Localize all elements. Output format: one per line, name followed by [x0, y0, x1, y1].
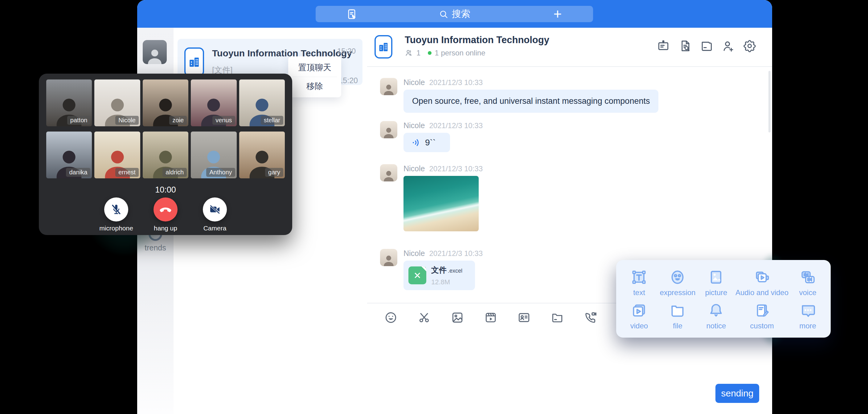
sender-name: Nicole	[403, 78, 425, 87]
contact-card-icon[interactable]	[517, 311, 531, 325]
video-call-icon[interactable]	[584, 311, 598, 325]
add-button[interactable]: +	[550, 6, 565, 22]
attach-panel: textexpressionpictureAudio and videovoic…	[616, 260, 831, 338]
message-voice: Nicole 2021/12/3 10:33 9``	[380, 121, 483, 152]
attach-option-label: Audio and video	[736, 288, 788, 297]
menu-item-remove[interactable]: 移除	[288, 77, 341, 95]
file-ext: .excel	[448, 268, 462, 274]
scrollbar[interactable]	[769, 71, 771, 132]
file-size: 12.8M	[431, 278, 462, 286]
attach-option-voice[interactable]: voice	[788, 266, 827, 299]
call-control-label: hang up	[147, 225, 184, 232]
participant-name: patton	[67, 116, 91, 125]
attach-option-audio-and-video[interactable]: Audio and video	[736, 266, 788, 299]
folder-icon[interactable]	[550, 311, 564, 325]
participant-tile: stellar	[239, 79, 285, 126]
attach-option-label: custom	[750, 322, 774, 330]
page: { "topbar": { "search_placeholder": "搜索"…	[0, 0, 868, 414]
message-time: 2021/12/3 10:33	[429, 249, 483, 258]
participant-name: gary	[265, 168, 283, 177]
call-control: Camera	[196, 197, 233, 232]
call-controls: microphonehang upCamera	[39, 197, 292, 232]
emoji-icon[interactable]	[384, 311, 398, 325]
call-control: microphone	[98, 197, 135, 232]
a-more-icon	[799, 302, 816, 319]
participant-name: aldrich	[162, 168, 187, 177]
chat-panel: Tuoyun Information Technology 1 1 person…	[367, 28, 772, 414]
message-time: 2021/12/3 10:33	[429, 121, 483, 130]
message-image: Nicole 2021/12/3 10:33	[380, 164, 483, 231]
file-name: 文件	[431, 265, 447, 274]
sender-avatar[interactable]	[380, 78, 397, 95]
participant-tile: aldrich	[143, 131, 188, 178]
clapper-video-icon[interactable]	[484, 311, 498, 325]
context-menu: 置顶聊天移除	[288, 56, 341, 97]
chat-meta: 1 1 person online	[405, 49, 485, 57]
chat-header-actions	[656, 39, 757, 53]
cam-off-button[interactable]	[203, 197, 227, 221]
attach-option-file[interactable]: file	[658, 299, 697, 333]
video-call-window: pattonNicolezoievenusstellardanikaernest…	[39, 74, 292, 235]
participant-tile: Nicole	[94, 79, 140, 126]
attach-option-video[interactable]: video	[620, 299, 658, 333]
attach-option-notice[interactable]: notice	[697, 299, 736, 333]
attach-option-label: file	[673, 322, 682, 330]
members-icon	[405, 49, 413, 57]
voice-bubble[interactable]: 9``	[403, 133, 450, 152]
screenshot-icon[interactable]	[417, 311, 431, 325]
chat-title: Tuoyun Information Technology	[405, 34, 549, 45]
attach-option-label: notice	[706, 322, 726, 330]
message-time: 2021/12/3 10:33	[429, 164, 483, 173]
participant-tile: gary	[239, 131, 285, 178]
attach-option-custom[interactable]: custom	[736, 299, 788, 333]
attach-option-label: voice	[799, 288, 816, 297]
voice-wave-icon	[411, 138, 421, 148]
a-video-icon	[630, 302, 648, 319]
a-voice-icon	[799, 268, 816, 286]
file-folder-icon[interactable]	[700, 39, 714, 53]
record-search-icon[interactable]	[678, 39, 692, 53]
image-bubble[interactable]	[403, 176, 479, 231]
mic-off-button[interactable]	[104, 197, 128, 221]
a-expression-icon	[669, 268, 686, 286]
attach-option-label: picture	[705, 288, 727, 297]
message-file: Nicole 2021/12/3 10:33 ✕ 文件.excel 12.8M	[380, 249, 483, 290]
text-bubble: Open source, free, and universal instant…	[403, 90, 658, 113]
attach-option-label: text	[633, 288, 645, 297]
a-custom-icon	[753, 302, 771, 319]
user-avatar[interactable]	[143, 40, 167, 64]
online-text: 1 person online	[435, 49, 485, 57]
sender-avatar[interactable]	[380, 121, 397, 138]
attach-option-expression[interactable]: expression	[658, 266, 697, 299]
phone-down-button[interactable]	[154, 197, 178, 221]
settings-icon[interactable]	[743, 39, 757, 53]
sender-name: Nicole	[403, 249, 425, 258]
call-control-label: microphone	[98, 225, 135, 232]
a-file-icon	[669, 302, 686, 319]
sender-avatar[interactable]	[380, 164, 397, 182]
participant-tile: danika	[46, 131, 92, 178]
a-notice-icon	[707, 302, 725, 319]
chat-header: Tuoyun Information Technology 1 1 person…	[367, 28, 772, 67]
participant-name: Anthony	[206, 168, 235, 177]
add-member-icon[interactable]	[721, 39, 735, 53]
attach-option-text[interactable]: text	[620, 266, 658, 299]
picture-icon[interactable]	[450, 311, 465, 325]
vote-board-icon[interactable]	[656, 39, 671, 53]
call-control: hang up	[147, 197, 184, 232]
participant-name: venus	[212, 116, 235, 125]
file-bubble[interactable]: ✕ 文件.excel 12.8M	[403, 261, 475, 290]
message-text: Nicole 2021/12/3 10:33 Open source, free…	[380, 78, 658, 113]
message-time: 2021/12/3 10:33	[429, 78, 483, 87]
sender-avatar[interactable]	[380, 249, 397, 266]
attach-option-picture[interactable]: picture	[697, 266, 736, 299]
top-bar: 搜索 +	[137, 0, 772, 28]
group-avatar-icon	[184, 47, 204, 76]
menu-item-pin-chat[interactable]: 置顶聊天	[288, 58, 341, 77]
search-bar[interactable]: 搜索 +	[316, 6, 593, 22]
participant-tile: Anthony	[191, 131, 237, 178]
group-avatar-icon	[374, 35, 393, 59]
attach-option-more[interactable]: more	[788, 299, 827, 333]
participant-name: ernest	[115, 168, 139, 177]
send-button[interactable]: sending	[715, 384, 759, 403]
